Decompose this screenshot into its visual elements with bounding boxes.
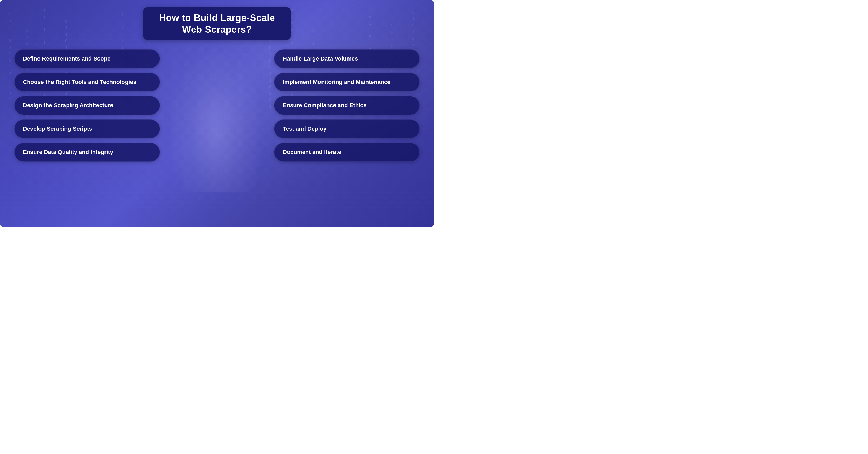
left-column: Define Requirements and Scope Choose the… — [14, 50, 160, 162]
item-implement-monitoring: Implement Monitoring and Maintenance — [274, 73, 420, 91]
content-area: How to Build Large-Scale Web Scrapers? D… — [0, 0, 434, 227]
item-ensure-compliance: Ensure Compliance and Ethics — [274, 96, 420, 115]
item-document-iterate: Document and Iterate — [274, 143, 420, 162]
center-spacer — [181, 50, 253, 162]
items-layout: Define Requirements and Scope Choose the… — [14, 50, 420, 162]
title-line2: Web Scrapers? — [182, 24, 252, 35]
item-design-architecture: Design the Scraping Architecture — [14, 96, 160, 115]
title-box: How to Build Large-Scale Web Scrapers? — [144, 7, 290, 40]
title-text: How to Build Large-Scale Web Scrapers? — [159, 12, 275, 35]
item-define-requirements: Define Requirements and Scope — [14, 50, 160, 68]
item-handle-volumes: Handle Large Data Volumes — [274, 50, 420, 68]
main-container: 10110010101101 01011010010110 1001010110… — [0, 0, 434, 227]
item-choose-tools: Choose the Right Tools and Technologies — [14, 73, 160, 91]
item-develop-scripts: Develop Scraping Scripts — [14, 120, 160, 138]
right-column: Handle Large Data Volumes Implement Moni… — [274, 50, 420, 162]
item-ensure-quality: Ensure Data Quality and Integrity — [14, 143, 160, 162]
title-line1: How to Build Large-Scale — [159, 12, 275, 23]
item-test-deploy: Test and Deploy — [274, 120, 420, 138]
